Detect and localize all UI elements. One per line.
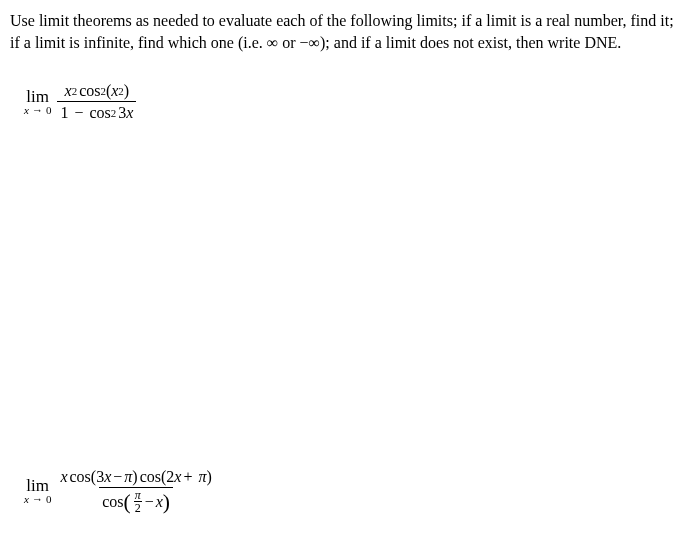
cos-fn-b: cos [89,103,110,123]
rparen-b: ) [132,467,137,487]
problem-1: lim x→0 x2cos2(x2) 1−cos23x [24,81,681,123]
three-b: 3 [96,467,104,487]
lim-var-2: x [24,493,29,505]
pi-b: π [198,467,206,487]
cos-fn: cos [79,81,100,101]
lim-operator: lim x→0 [24,88,51,116]
three: 3 [118,103,126,123]
big-rparen: ) [163,496,170,509]
lim-subscript: x→0 [24,105,51,116]
x-var: x [65,81,72,101]
instructions-text: Use limit theorems as needed to evaluate… [10,10,681,53]
plus-a: + [183,467,192,487]
two-c: 2 [134,501,142,514]
fraction-2: xcos(3x−π)cos(2x+π) cos(π2−x) [57,467,214,514]
pi-over-2: π2 [134,489,142,514]
rparen-c: ) [206,467,211,487]
lim-label: lim [26,88,49,105]
x-var-c: x [126,103,133,123]
x-var-g: x [156,492,163,512]
lim-to: 0 [46,104,52,116]
denominator-1: 1−cos23x [57,101,136,123]
lim-arrow-2: → [31,493,44,505]
minus: − [74,103,83,123]
rparen: ) [124,81,129,101]
cos-fn-e: cos [102,492,123,512]
numerator-2: xcos(3x−π)cos(2x+π) [57,467,214,487]
limit-expression-1: lim x→0 x2cos2(x2) 1−cos23x [24,81,136,123]
x-var-f: x [174,467,181,487]
limit-expression-2: lim x→0 xcos(3x−π)cos(2x+π) cos(π2−x) [24,467,215,514]
big-lparen: ( [123,496,130,509]
minus-b: − [113,467,122,487]
lim-label-2: lim [26,477,49,494]
cos-fn-c: cos [70,467,91,487]
denominator-2: cos(π2−x) [99,487,173,514]
x-var-e: x [104,467,111,487]
x-var-d: x [60,467,67,487]
pi-c: π [134,489,142,501]
x-var-b: x [111,81,118,101]
lim-arrow: → [31,104,44,116]
one: 1 [60,103,68,123]
lim-var: x [24,104,29,116]
lim-operator-2: lim x→0 [24,477,51,505]
problem-2: lim x→0 xcos(3x−π)cos(2x+π) cos(π2−x) [24,467,681,514]
fraction-1: x2cos2(x2) 1−cos23x [57,81,136,123]
pi-a: π [124,467,132,487]
lim-to-2: 0 [46,493,52,505]
minus-c: − [145,492,154,512]
cos-fn-d: cos [140,467,161,487]
lim-subscript-2: x→0 [24,494,51,505]
numerator-1: x2cos2(x2) [62,81,133,101]
